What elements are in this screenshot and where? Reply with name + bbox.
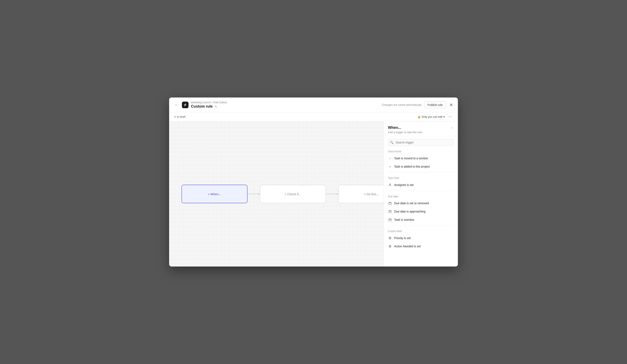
trigger-due-date-approaching[interactable]: Due date is approaching: [384, 207, 458, 216]
close-icon: ✕: [449, 103, 453, 107]
calendar-icon-3: [388, 218, 392, 222]
svg-point-6: [389, 245, 391, 248]
permission-label: Only you can edit: [422, 115, 442, 118]
check-label: + Check if...: [285, 192, 301, 196]
back-icon: ←: [175, 103, 178, 107]
chevron-down-icon: ▾: [443, 115, 445, 118]
divider-3: [388, 226, 454, 226]
flow-container: + When... + Check if...: [181, 185, 384, 203]
header-right: Changes are saved automatically Publish …: [382, 102, 454, 108]
svg-rect-2: [389, 211, 391, 213]
app-window: ← ⚡ Marketing Launch > Rule Gallery Cust…: [169, 97, 458, 267]
more-options-button[interactable]: ···: [447, 114, 453, 119]
trigger-label-due-date-set: Due date is set or removed: [394, 202, 429, 205]
lock-icon: 🔒: [418, 115, 421, 118]
section-task-field: Task Field: [384, 174, 458, 181]
svg-rect-1: [389, 202, 391, 205]
section-task-moved: Task moved: [384, 148, 458, 154]
plus-icon-added: +: [388, 165, 392, 169]
permission-button[interactable]: 🔒 Only you can edit ▾: [418, 115, 445, 118]
divider-2: [388, 191, 454, 191]
auto-save-text: Changes are saved automatically: [382, 103, 421, 106]
flow-node-check: + Check if...: [260, 185, 326, 203]
draft-dot: [174, 116, 176, 118]
calendar-icon-2: [388, 209, 392, 214]
trigger-label-priority-set: Priority is set: [394, 236, 411, 240]
check-card[interactable]: + Check if...: [260, 185, 326, 203]
subheader: In draft 🔒 Only you can edit ▾ ···: [169, 112, 458, 121]
svg-rect-3: [389, 219, 391, 221]
svg-point-4: [389, 237, 391, 239]
page-title: Custom rule: [191, 104, 213, 109]
trigger-task-overdue[interactable]: Task is overdue: [384, 216, 458, 224]
panel-header: When... → Add a trigger to start the rul…: [384, 121, 458, 136]
circle-dot-icon-2: [388, 244, 392, 248]
close-button[interactable]: ✕: [449, 102, 454, 108]
when-card[interactable]: + When...: [181, 185, 248, 203]
trigger-label-assignee-set: Assignee is set: [394, 183, 414, 186]
trigger-label-moved-section: Task is moved to a section: [394, 157, 428, 160]
trigger-moved-section[interactable]: → Task is moved to a section: [384, 154, 458, 162]
breadcrumb-title-row: Custom rule ✎: [191, 104, 227, 109]
do-card[interactable]: + Do this...: [338, 185, 384, 203]
search-box: 🔍: [388, 139, 454, 146]
publish-button[interactable]: Publish rule: [424, 102, 446, 108]
edit-title-button[interactable]: ✎: [214, 104, 218, 109]
do-card-content: + Do this...: [364, 192, 379, 196]
section-label-task-moved: Task moved: [388, 150, 454, 153]
breadcrumb-path: Marketing Launch > Rule Gallery: [191, 101, 227, 104]
breadcrumb-section: Marketing Launch > Rule Gallery Custom r…: [191, 101, 227, 109]
panel-close-button[interactable]: →: [450, 126, 454, 130]
logo-icon: ⚡: [183, 103, 187, 107]
trigger-label-action-needed: Action Needed is set: [394, 245, 420, 248]
svg-point-7: [390, 246, 390, 247]
trigger-due-date-set[interactable]: Due date is set or removed: [384, 199, 458, 207]
search-input[interactable]: [388, 139, 454, 146]
trigger-added-project[interactable]: + Task is added to this project: [384, 162, 458, 171]
trigger-list: Task moved → Task is moved to a section …: [384, 146, 458, 267]
trigger-label-task-overdue: Task is overdue: [394, 218, 414, 221]
main-content: + When... + Check if...: [169, 121, 458, 267]
trigger-priority-set[interactable]: Priority is set: [384, 234, 458, 242]
subheader-right: 🔒 Only you can edit ▾ ···: [418, 114, 453, 119]
back-button[interactable]: ←: [173, 102, 179, 108]
when-label: + When...: [208, 192, 221, 196]
canvas-area: + When... + Check if...: [169, 121, 384, 267]
trigger-label-added-project: Task is added to this project: [394, 165, 430, 168]
edit-icon: ✎: [215, 105, 217, 108]
trigger-action-needed[interactable]: Action Needed is set: [384, 242, 458, 250]
draft-badge: In draft: [174, 115, 185, 118]
section-custom-field: Custom field: [384, 227, 458, 234]
panel-close-icon: →: [450, 126, 454, 130]
flow-connector-2: [326, 194, 338, 194]
search-icon: 🔍: [390, 141, 394, 144]
divider-1: [388, 172, 454, 173]
app-logo: ⚡: [182, 102, 189, 108]
flow-node-do: + Do this...: [338, 185, 384, 203]
trigger-assignee-set[interactable]: Assignee is set: [384, 181, 458, 189]
arrow-right-icon: →: [388, 156, 392, 160]
svg-point-5: [390, 238, 390, 238]
panel-title-row: When... →: [388, 126, 454, 130]
section-label-due-date: Due date: [388, 195, 454, 198]
calendar-icon-1: [388, 201, 392, 205]
header: ← ⚡ Marketing Launch > Rule Gallery Cust…: [169, 97, 458, 112]
do-label: + Do this...: [364, 192, 379, 196]
section-due-date: Due date: [384, 192, 458, 199]
section-label-task-field: Task Field: [388, 177, 454, 180]
right-panel: When... → Add a trigger to start the rul…: [384, 121, 458, 267]
flow-node-when: + When...: [181, 185, 248, 203]
flow-connector-1: [248, 194, 260, 194]
draft-label: In draft: [177, 115, 185, 118]
section-label-custom-field: Custom field: [388, 230, 454, 233]
person-icon: [388, 183, 392, 187]
trigger-label-due-date-approaching: Due date is approaching: [394, 210, 425, 213]
svg-point-0: [389, 184, 390, 185]
when-card-content: + When...: [208, 192, 221, 196]
check-card-content: + Check if...: [285, 192, 301, 196]
circle-dot-icon-1: [388, 236, 392, 240]
panel-subtitle: Add a trigger to start the rule.: [388, 131, 454, 134]
panel-title: When...: [388, 126, 401, 130]
